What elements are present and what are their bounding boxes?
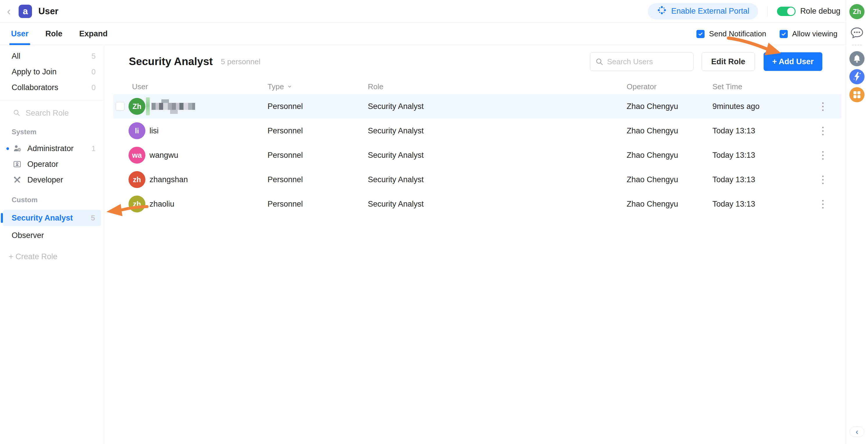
sidebar-divider <box>0 100 104 100</box>
selected-indicator <box>1 213 3 223</box>
sidebar-item-security-analyst[interactable]: Security Analyst5 <box>3 210 101 226</box>
table-row[interactable]: ZhPersonnelSecurity AnalystZhao Chengyu9… <box>114 94 841 118</box>
checkbox-label: Allow viewing <box>792 29 837 38</box>
search-icon <box>595 58 603 67</box>
column-header-label: Role <box>368 82 383 91</box>
type-cell: Personnel <box>268 175 368 184</box>
item-count: 0 <box>92 83 96 92</box>
enable-external-portal-button[interactable]: Enable External Portal <box>648 3 758 20</box>
operator-cell: Zhao Chengyu <box>627 127 712 135</box>
role-debug-label: Role debug <box>800 7 840 16</box>
column-header-user: User <box>114 79 268 94</box>
tab-user[interactable]: User <box>11 23 29 45</box>
custom-section-label: Custom <box>0 188 104 209</box>
set-time-cell: 9minutes ago <box>712 102 814 111</box>
row-checkbox[interactable] <box>116 102 124 111</box>
item-count: 0 <box>92 67 96 76</box>
row-menu-button[interactable]: ⋮ <box>814 149 832 161</box>
row-menu-button[interactable]: ⋮ <box>814 198 832 210</box>
row-menu-button[interactable]: ⋮ <box>814 173 832 185</box>
column-header-type[interactable]: Type <box>268 82 368 91</box>
user-name: wangwu <box>150 151 178 160</box>
user-cell: wawangwu <box>114 143 268 167</box>
operator-cell: Zhao Chengyu <box>627 175 712 184</box>
system-section-label: System <box>0 120 104 141</box>
type-cell: Personnel <box>268 151 368 160</box>
checkbox-group-send-notification: Send Notification <box>696 29 766 38</box>
user-name: lisi <box>150 127 159 135</box>
table-row[interactable]: lilisiPersonnelSecurity AnalystZhao Chen… <box>114 118 841 143</box>
sidebar-item-label: All <box>12 52 20 61</box>
type-cell: Personnel <box>268 102 368 111</box>
main-header: Security Analyst 5 personnel Edit Role +… <box>104 45 846 71</box>
type-cell: Personnel <box>268 200 368 209</box>
user-search <box>590 52 693 71</box>
user-cell: zhzhaoliu <box>114 192 268 216</box>
sidebar-item-observer[interactable]: Observer <box>3 227 101 243</box>
role-debug-toggle[interactable] <box>777 7 796 16</box>
sidebar-item-developer[interactable]: Developer <box>0 172 104 188</box>
sidebar-item-collaborators[interactable]: Collaborators0 <box>0 80 104 95</box>
column-header-label: Operator <box>627 82 657 91</box>
item-count: 5 <box>92 52 96 61</box>
topbar-divider <box>767 6 768 16</box>
row-menu-button[interactable]: ⋮ <box>814 125 832 137</box>
user-avatar: zh <box>128 171 145 188</box>
tab-role[interactable]: Role <box>45 23 63 45</box>
user-avatar[interactable]: Zh <box>849 4 865 19</box>
role-cell: Security Analyst <box>368 102 627 111</box>
lightning-icon[interactable] <box>849 69 865 84</box>
edit-role-button[interactable]: Edit Role <box>702 52 755 71</box>
portal-dots-icon <box>657 5 667 18</box>
sidebar-item-all[interactable]: All5 <box>0 48 104 64</box>
chat-bubble-icon[interactable] <box>850 27 864 39</box>
apps-grid-icon[interactable] <box>849 87 865 102</box>
search-users-input[interactable] <box>590 52 693 71</box>
right-rail: Zh ‹ <box>846 0 868 444</box>
sidebar-item-administrator[interactable]: Administrator1 <box>0 141 104 156</box>
type-sort-icon[interactable] <box>287 84 292 90</box>
sidebar-item-operator[interactable]: Operator <box>0 156 104 172</box>
active-dot <box>6 147 13 150</box>
set-time-cell: Today 13:13 <box>712 200 814 209</box>
back-icon[interactable]: ‹ <box>7 6 17 17</box>
role-search <box>0 105 104 120</box>
sidebar-item-label: Security Analyst <box>12 213 73 223</box>
table-row[interactable]: zhzhaoliuPersonnelSecurity AnalystZhao C… <box>114 192 841 216</box>
collapse-rail-button[interactable]: ‹ <box>850 426 864 437</box>
table-row[interactable]: zhzhangshanPersonnelSecurity AnalystZhao… <box>114 167 841 192</box>
sidebar-item-label: Administrator <box>27 144 73 153</box>
column-header-label: Set Time <box>712 82 742 91</box>
sidebar-item-label: Developer <box>27 175 63 184</box>
role-cell: Security Analyst <box>368 175 627 184</box>
column-header-label: Type <box>268 82 284 91</box>
bell-icon[interactable] <box>849 51 865 66</box>
type-cell: Personnel <box>268 127 368 135</box>
checkbox-allow-viewing[interactable] <box>780 30 788 38</box>
search-role-input[interactable] <box>25 108 87 118</box>
checkbox-group-allow-viewing: Allow viewing <box>780 29 837 38</box>
user-avatar: zh <box>128 196 145 212</box>
user-avatar: wa <box>128 147 145 164</box>
main-panel: Security Analyst 5 personnel Edit Role +… <box>104 45 846 444</box>
operator-cell: Zhao Chengyu <box>627 151 712 160</box>
tab-expand[interactable]: Expand <box>80 23 108 45</box>
user-table: UserTypeRoleOperatorSet Time ZhPersonnel… <box>114 79 841 216</box>
operator-role-icon <box>13 160 23 169</box>
table-header: UserTypeRoleOperatorSet Time <box>114 79 841 94</box>
create-role-button[interactable]: + Create Role <box>9 252 104 261</box>
add-user-button[interactable]: + Add User <box>764 52 823 71</box>
checkbox-send-notification[interactable] <box>696 30 705 38</box>
column-header-role: Role <box>368 82 627 91</box>
row-menu-button[interactable]: ⋮ <box>814 100 832 112</box>
sidebar-item-label: Collaborators <box>12 83 58 92</box>
app-logo[interactable]: a <box>19 5 32 18</box>
rail-divider <box>852 45 862 45</box>
role-cell: Security Analyst <box>368 200 627 209</box>
operator-cell: Zhao Chengyu <box>627 102 712 111</box>
sidebar-item-apply-to-join[interactable]: Apply to Join0 <box>0 64 104 80</box>
table-row[interactable]: wawangwuPersonnelSecurity AnalystZhao Ch… <box>114 143 841 167</box>
user-avatar: Zh <box>128 98 145 115</box>
user-avatar: li <box>128 122 145 139</box>
user-cell: zhzhangshan <box>114 167 268 192</box>
